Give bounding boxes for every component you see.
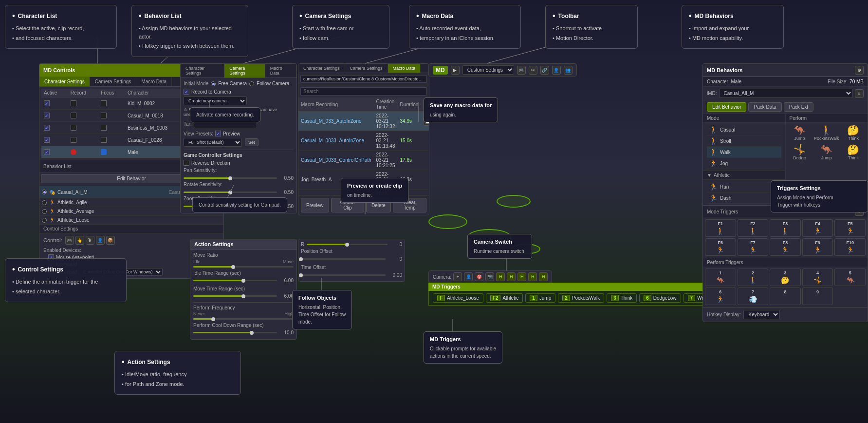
cooldown-thumb[interactable] [250, 331, 254, 335]
imd-select[interactable]: Casual_All_M [719, 89, 853, 98]
move-time-track[interactable] [193, 295, 277, 297]
r-thumb[interactable] [345, 243, 349, 247]
mode-stroll[interactable]: 🚶 Stroll [707, 135, 781, 147]
hk-8[interactable]: 8 [770, 288, 801, 305]
cam-person-btn[interactable]: 👤 [464, 272, 473, 281]
hk-f9[interactable]: F9🏃 [802, 238, 833, 256]
view-presets-checkbox[interactable] [215, 131, 221, 136]
freq-track[interactable] [193, 318, 294, 320]
create-camera-select[interactable]: Create new camera [184, 96, 247, 105]
trigger-badge-jump[interactable]: 1 Jump [525, 293, 555, 303]
cam-h2-btn[interactable]: H [507, 272, 516, 281]
hk-f7[interactable]: F7🏃 [738, 238, 769, 256]
tab-macro[interactable]: Macro Data [265, 64, 296, 77]
ctrl-icon-2[interactable]: 👆 [75, 236, 84, 245]
pos-track[interactable] [301, 258, 386, 260]
hotkey-display-select[interactable]: Keyboard [743, 310, 780, 319]
reverse-checkbox[interactable] [184, 160, 189, 166]
rotate-thumb[interactable] [228, 191, 232, 194]
imd-icon-btn[interactable]: ≡ [855, 89, 864, 98]
pack-ext-btn[interactable]: Pack Ext [784, 102, 813, 112]
hk-f2[interactable]: F2🚶 [738, 219, 769, 237]
mode-jog[interactable]: 🏃 Jog [707, 158, 781, 169]
tab-camera-settings[interactable]: Camera Settings [90, 77, 136, 86]
record-checkbox[interactable] [71, 100, 76, 106]
hk-f5[interactable]: F5🏃 [834, 219, 866, 237]
ctrl-icon-3[interactable]: 🖱 [86, 236, 94, 245]
focus-checkbox[interactable] [101, 113, 107, 118]
active-checkbox[interactable] [44, 137, 50, 143]
perform-item-jump2[interactable]: 🦘 Jump [814, 144, 839, 160]
idle-thumb[interactable] [241, 279, 245, 283]
mode-walk[interactable]: 🚶 Walk [707, 147, 781, 158]
cooldown-track[interactable] [193, 332, 277, 333]
tab-macro-data[interactable]: Macro Data [136, 77, 172, 86]
pack-data-btn[interactable]: Pack Data [748, 102, 781, 112]
move-ratio-track[interactable] [193, 266, 294, 268]
mode-run[interactable]: 🏃 Run [707, 181, 781, 192]
perform-item-think2[interactable]: 🤔 Think [841, 144, 866, 160]
pan-thumb[interactable] [228, 176, 232, 180]
toolbar-icon-2[interactable]: ✂ [529, 66, 537, 75]
hk-f8[interactable]: F8🏃 [770, 238, 801, 256]
pos-thumb[interactable] [299, 257, 303, 261]
hk-9[interactable]: 9 [802, 288, 833, 305]
custom-settings-select[interactable]: Custom Settings [462, 65, 514, 75]
idle-time-track[interactable] [193, 280, 277, 281]
r-track[interactable] [307, 244, 388, 245]
free-cam-radio[interactable] [211, 81, 216, 86]
hk-f6[interactable]: F6🏃 [705, 238, 736, 256]
mode-casual[interactable]: 🚶 Casual [707, 124, 781, 135]
record-checkbox[interactable] [71, 113, 76, 118]
tab-cam[interactable]: Camera Settings [345, 64, 388, 73]
toolbar-icon-5[interactable]: 👥 [564, 66, 573, 75]
tab-cam-settings[interactable]: Camera Settings [224, 64, 265, 77]
preview-btn[interactable]: Preview [301, 198, 329, 212]
active-checkbox[interactable] [44, 113, 50, 118]
trigger-badge-athletic[interactable]: F2 Athletic [486, 293, 523, 303]
pan-track[interactable] [184, 177, 277, 179]
ctrl-icon-4[interactable]: 👤 [96, 236, 105, 245]
hk-f1[interactable]: F1🚶 [705, 219, 736, 237]
toolbar-icon-4[interactable]: 👤 [552, 66, 561, 75]
cam-h1-btn[interactable]: H [496, 272, 505, 281]
hk-5[interactable]: 5🦘 [834, 269, 866, 286]
perform-item-think[interactable]: 🤔 Think [841, 124, 866, 141]
macro-search[interactable] [300, 87, 427, 96]
cam-h3-btn[interactable]: H [517, 272, 526, 281]
mode-dash[interactable]: 🏃 Dash [707, 192, 781, 204]
set-btn[interactable]: Set [245, 138, 259, 146]
ctrl-icon-5[interactable]: 📦 [106, 236, 115, 245]
tab-macro-active[interactable]: Macro Data [388, 64, 421, 73]
rotate-track[interactable] [184, 192, 277, 193]
hk-f3[interactable]: F3🚶 [770, 219, 801, 237]
cam-h4-btn[interactable]: H [528, 272, 537, 281]
toolbar-icon-1[interactable]: 🎮 [517, 66, 526, 75]
full-shot-select[interactable]: Full Shot (Default) [184, 138, 242, 147]
time-track[interactable] [301, 274, 386, 276]
cam-ref-btn[interactable]: 📷 [485, 272, 494, 281]
play-btn[interactable]: ▶ [451, 66, 460, 75]
tab-char[interactable]: Character Settings [298, 64, 345, 73]
toolbar-icon-3[interactable]: 🔗 [540, 66, 549, 75]
ctrl-icon-1[interactable]: 🎮 [65, 236, 74, 245]
trigger-badge-pocketswalk[interactable]: 2 PocketsWalk [558, 293, 604, 303]
cam-add-btn[interactable]: + [453, 272, 462, 281]
move-ratio-thumb[interactable] [231, 265, 235, 269]
md-behaviors-close-btn[interactable]: ⊕ [855, 66, 864, 75]
edit-behavior-md-btn[interactable]: Edit Behavior [707, 102, 746, 112]
tab-character-settings[interactable]: Character Settings [39, 77, 90, 86]
move-thumb[interactable] [241, 294, 245, 298]
trigger-badge-think[interactable]: 3 Think [607, 293, 637, 303]
active-checkbox[interactable] [44, 100, 50, 106]
record-camera-checkbox[interactable] [184, 89, 189, 95]
freq-thumb[interactable] [211, 317, 215, 321]
hk-6[interactable]: 6🏃 [705, 288, 736, 305]
hk-7[interactable]: 7💨 [738, 288, 769, 305]
record-checkbox[interactable] [71, 125, 76, 131]
focus-checkbox[interactable] [101, 100, 107, 106]
tab-char-settings[interactable]: Character Settings [181, 64, 224, 77]
time-thumb[interactable] [299, 273, 303, 277]
record-checkbox[interactable] [71, 137, 76, 143]
macro-row[interactable]: Casual_M_0033_AutoInZone 2022-03-21 10:1… [298, 131, 429, 151]
